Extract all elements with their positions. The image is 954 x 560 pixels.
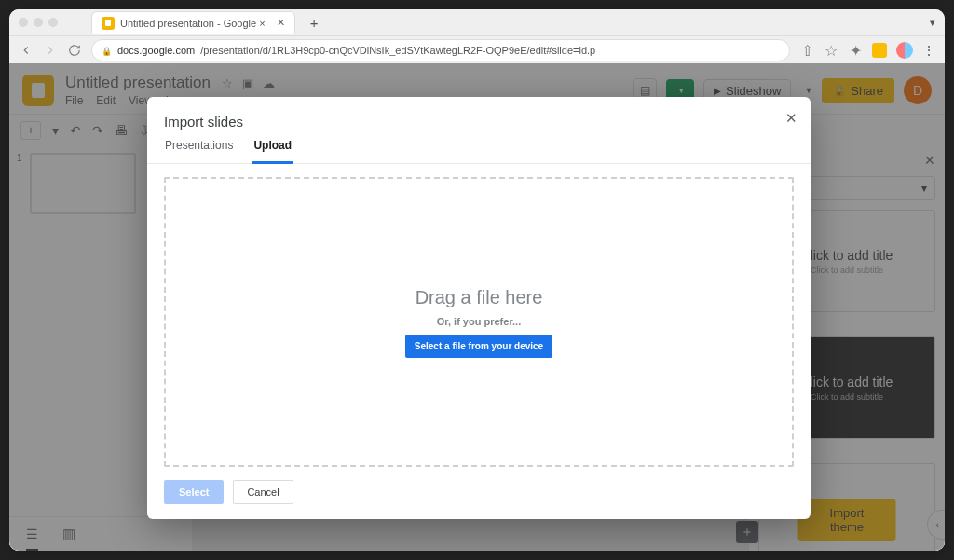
extension-yellow-icon[interactable] bbox=[872, 43, 887, 58]
dialog-select-button: Select bbox=[164, 480, 224, 504]
browser-address-bar: docs.google.com/presentation/d/1RL3H9cp0… bbox=[9, 36, 945, 65]
bookmark-icon[interactable]: ☆ bbox=[824, 43, 838, 58]
dialog-cancel-button[interactable]: Cancel bbox=[233, 480, 293, 504]
dropzone-or-text: Or, if you prefer... bbox=[437, 316, 521, 327]
tab-upload[interactable]: Upload bbox=[252, 139, 293, 164]
import-slides-dialog: ✕ Import slides Presentations Upload Dra… bbox=[147, 97, 811, 519]
url-host: docs.google.com bbox=[117, 45, 195, 56]
window-close-dot[interactable] bbox=[19, 18, 28, 27]
url-field[interactable]: docs.google.com/presentation/d/1RL3H9cp0… bbox=[91, 39, 790, 61]
slides-favicon-icon bbox=[102, 17, 115, 30]
close-tab-icon[interactable]: ✕ bbox=[277, 17, 285, 29]
profile-avatar-icon[interactable] bbox=[896, 42, 913, 59]
tab-presentations[interactable]: Presentations bbox=[164, 139, 234, 163]
window-minimize-dot[interactable] bbox=[34, 18, 43, 27]
forward-button bbox=[43, 43, 58, 58]
browser-titlebar: Untitled presentation - Google × ✕ + ▾ bbox=[9, 9, 945, 36]
new-tab-button[interactable]: + bbox=[310, 15, 319, 31]
back-button[interactable] bbox=[19, 43, 34, 58]
browser-tab[interactable]: Untitled presentation - Google × ✕ bbox=[91, 11, 295, 34]
dialog-close-icon[interactable]: ✕ bbox=[785, 110, 797, 127]
extensions-icon[interactable]: ✦ bbox=[848, 43, 863, 58]
select-file-button[interactable]: Select a file from your device bbox=[405, 335, 552, 358]
dialog-title: Import slides bbox=[164, 114, 794, 130]
window-zoom-dot[interactable] bbox=[48, 18, 58, 27]
upload-dropzone[interactable]: Drag a file here Or, if you prefer... Se… bbox=[164, 177, 794, 467]
lock-icon bbox=[102, 45, 112, 56]
dialog-tabs: Presentations Upload bbox=[147, 139, 811, 164]
share-page-icon[interactable]: ⇧ bbox=[799, 43, 814, 58]
browser-tab-title: Untitled presentation - Google × bbox=[120, 18, 266, 29]
url-path: /presentation/d/1RL3H9cp0-cnQcVDiNsIk_ed… bbox=[200, 45, 595, 56]
reload-button[interactable] bbox=[67, 43, 82, 58]
browser-menu-icon[interactable]: ⋮ bbox=[922, 43, 935, 58]
tabs-overflow-icon[interactable]: ▾ bbox=[930, 17, 935, 29]
dropzone-title: Drag a file here bbox=[416, 287, 543, 308]
